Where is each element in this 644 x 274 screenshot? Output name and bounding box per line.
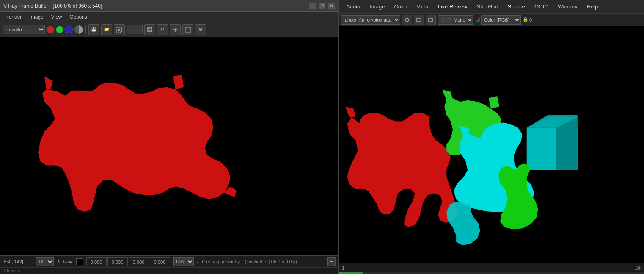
menu-shotgrid[interactable]: ShotGrid [473, 2, 503, 11]
menu-render[interactable]: Render [2, 13, 25, 21]
lock-icon: 🔒 [523, 17, 528, 22]
svg-marker-1 [118, 29, 121, 32]
viewer-square-button[interactable] [414, 15, 424, 25]
svg-line-5 [185, 27, 190, 32]
color-dot-indicator [475, 17, 480, 22]
green-channel-dot[interactable] [56, 26, 63, 33]
viewer-canvas [339, 26, 644, 263]
separator-dash: - [197, 259, 199, 264]
menu-audio[interactable]: Audio [342, 2, 364, 11]
viewer-probe-button[interactable] [402, 15, 412, 25]
render-image [0, 37, 338, 255]
value-a: 0.000 [150, 257, 170, 266]
menu-live-review[interactable]: Live Review [433, 2, 471, 11]
menu-view[interactable]: View [48, 13, 66, 21]
maximize-button[interactable]: ☐ [319, 3, 325, 9]
menu-image[interactable]: Image [26, 13, 47, 21]
status-message: Clearing geometry... (finished in [ 0h 0… [202, 259, 324, 264]
coord-display: [850, 142] [3, 259, 32, 264]
nuke-render-image [339, 26, 644, 263]
menu-image-right[interactable]: Image [365, 2, 389, 11]
title-bar: V-Ray Frame Buffer - [100.0% of 960 x 54… [0, 0, 338, 12]
menu-window[interactable]: Window [553, 2, 581, 11]
menu-ocio[interactable]: OCIO [530, 2, 553, 11]
settings-button[interactable]: ⚙ [195, 24, 206, 35]
window-title: V-Ray Frame Buffer - [100.0% of 960 x 54… [3, 3, 102, 9]
color-rgb-selector[interactable]: Color (RGB) Color (RGBA) Alpha [481, 15, 521, 25]
close-button[interactable]: ✕ [328, 3, 335, 9]
frames-bar: 1 frames [0, 267, 338, 274]
lambda-icon: λ [57, 258, 60, 265]
wipe-button[interactable] [182, 24, 193, 35]
value-g: 0.000 [107, 257, 128, 266]
menu-color[interactable]: Color [390, 2, 411, 11]
color-rgb-container: Color (RGB) Color (RGBA) Alpha [475, 15, 521, 25]
minimize-button[interactable]: — [309, 3, 316, 9]
channel-selector[interactable]: tomatte [3, 25, 45, 34]
frame-number: 1 [342, 265, 345, 271]
render-canvas [0, 37, 338, 255]
svg-rect-12 [417, 18, 421, 22]
nuke-viewer-panel: Audio Image Color View Live Review ShotG… [339, 0, 644, 274]
rotate-button[interactable]: ↺ [157, 24, 168, 35]
viewer-aspect-button[interactable] [426, 15, 436, 25]
menu-options[interactable]: Options [66, 13, 91, 21]
select-tool-button[interactable] [114, 24, 125, 35]
red-channel-dot[interactable] [47, 26, 54, 33]
color-mode-selector[interactable]: HSV RGB [173, 257, 194, 266]
save-button[interactable]: 💾 [88, 24, 99, 35]
value-boxes: 0.000 0.000 0.000 0.000 [86, 257, 170, 266]
fit-view-button[interactable] [144, 24, 155, 35]
viewer-channel-selector[interactable]: ancer_for_cryptomatte [341, 15, 400, 25]
separator-1 [85, 25, 86, 34]
zero-value: 0 [529, 17, 532, 22]
svg-rect-13 [429, 19, 433, 21]
right-status-bar: 1 24 [339, 263, 644, 272]
progress-bar-container [339, 272, 644, 274]
pan-button[interactable] [170, 24, 181, 35]
menu-help[interactable]: Help [583, 2, 603, 11]
value-b: 0.000 [129, 257, 149, 266]
left-toolbar: tomatte 💾 📁 50% ↺ [0, 22, 338, 37]
frames-label: 1 frames [3, 268, 20, 273]
split-view-icon[interactable] [74, 25, 83, 34]
mono-selector[interactable]: ⚫⚫ Mono Color [438, 15, 473, 25]
zero-display: 🔒 0 [523, 17, 532, 22]
right-menu-bar: Audio Image Color View Live Review ShotG… [339, 0, 644, 14]
left-status-bar: [850, 142] 1x1 3x3 5x5 λ Raw 0.000 0.000… [0, 255, 338, 267]
raw-label: Raw [63, 259, 73, 264]
vray-frame-buffer-panel: V-Ray Frame Buffer - [100.0% of 960 x 54… [0, 0, 339, 274]
blue-channel-dot[interactable] [65, 26, 73, 33]
color-swatch [76, 258, 83, 265]
menu-view-right[interactable]: View [412, 2, 432, 11]
frame-count: 24 [635, 265, 641, 271]
right-toolbar: ancer_for_cryptomatte ⚫⚫ Mono Color [339, 14, 644, 26]
left-menu-bar: Render Image View Options [0, 12, 338, 22]
zoom-input[interactable]: 50% [127, 25, 143, 34]
render-canvas-area [0, 37, 338, 255]
progress-bar-fill [339, 272, 363, 274]
cyan-box-right [527, 115, 578, 170]
value-r: 0.000 [86, 257, 107, 266]
status-menu-button[interactable]: ☰ [327, 257, 336, 266]
svg-rect-3 [149, 28, 151, 31]
menu-source[interactable]: Source [504, 2, 529, 11]
title-controls: — ☐ ✕ [309, 3, 335, 9]
export-button[interactable]: 📁 [101, 24, 112, 35]
sample-size-selector[interactable]: 1x1 3x3 5x5 [36, 257, 54, 266]
